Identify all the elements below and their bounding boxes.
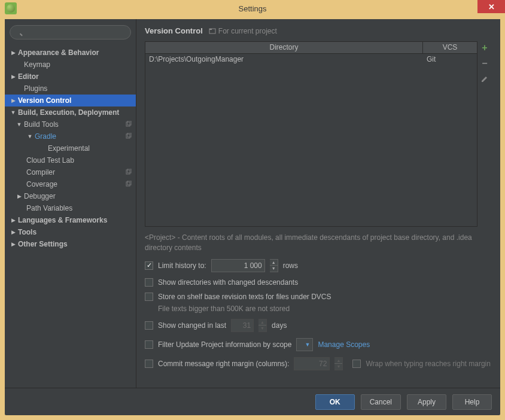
svg-rect-1 <box>127 121 131 125</box>
copy-icon <box>125 169 132 176</box>
tree-item-version-control[interactable]: Version Control <box>5 95 136 106</box>
settings-tree: Appearance & Behavior Keymap Editor Plug… <box>5 45 136 388</box>
tree-item-build-tools[interactable]: Build Tools <box>5 118 136 130</box>
titlebar: Settings ✕ <box>0 0 505 17</box>
cell-vcs: Git <box>423 54 477 66</box>
tree-item-experimental[interactable]: Experimental <box>5 142 136 154</box>
sidebar: Appearance & Behavior Keymap Editor Plug… <box>5 19 136 388</box>
scope-combo[interactable]: ▼ <box>296 338 313 351</box>
copy-icon <box>125 121 132 128</box>
svg-rect-2 <box>126 134 130 138</box>
cell-directory: D:\Projects\OutgoingManager <box>145 54 423 66</box>
main-header: Version Control For current project <box>136 19 500 41</box>
show-changed-checkbox[interactable] <box>145 321 153 330</box>
help-button[interactable]: Help <box>452 394 492 410</box>
copy-icon <box>125 181 132 188</box>
edit-button[interactable] <box>479 74 490 84</box>
tree-item-languages[interactable]: Languages & Frameworks <box>5 214 136 226</box>
svg-rect-0 <box>126 122 130 126</box>
tree-item-editor[interactable]: Editor <box>5 71 136 83</box>
tree-item-appearance[interactable]: Appearance & Behavior <box>5 47 136 59</box>
tree-item-build-exec[interactable]: Build, Execution, Deployment <box>5 106 136 118</box>
limit-history-unit: rows <box>283 261 298 270</box>
store-shelf-hint: File texts bigger than 500K are not stor… <box>145 305 492 313</box>
search-icon <box>10 25 131 39</box>
page-subtitle: For current project <box>209 27 277 35</box>
limit-history-checkbox[interactable] <box>145 261 153 270</box>
filter-scope-checkbox[interactable] <box>145 340 153 349</box>
remove-button[interactable]: − <box>479 58 490 69</box>
tree-item-other-settings[interactable]: Other Settings <box>5 238 136 250</box>
copy-icon <box>125 133 132 140</box>
tree-item-compiler[interactable]: Compiler <box>5 166 136 178</box>
store-shelf-checkbox[interactable] <box>145 293 153 301</box>
svg-rect-4 <box>126 170 130 174</box>
filter-scope-label: Filter Update Project information by sco… <box>158 340 291 349</box>
col-vcs[interactable]: VCS <box>423 42 477 53</box>
commit-margin-label: Commit message right margin (columns): <box>158 360 289 368</box>
project-icon <box>209 28 216 35</box>
limit-history-spinner[interactable]: ▲▼ <box>270 259 278 272</box>
tree-item-path-vars[interactable]: Path Variables <box>5 202 136 214</box>
close-button[interactable]: ✕ <box>477 0 505 13</box>
svg-rect-6 <box>126 182 130 186</box>
tree-item-debugger[interactable]: Debugger <box>5 190 136 202</box>
show-dirs-checkbox[interactable] <box>145 278 153 287</box>
limit-history-input[interactable] <box>211 259 265 272</box>
app-icon <box>5 2 17 14</box>
tree-item-tools[interactable]: Tools <box>5 226 136 238</box>
show-changed-label: Show changed in last <box>158 321 226 330</box>
limit-history-label: Limit history to: <box>158 261 206 270</box>
commit-margin-spinner: ▲▼ <box>334 357 343 370</box>
svg-rect-5 <box>127 169 131 173</box>
table-row[interactable]: D:\Projects\OutgoingManager Git <box>145 54 477 66</box>
add-button[interactable]: + <box>479 42 490 53</box>
show-changed-input <box>231 319 254 332</box>
wrap-checkbox[interactable] <box>352 360 361 368</box>
ok-button[interactable]: OK <box>315 394 355 410</box>
dialog-footer: OK Cancel Apply Help <box>5 388 500 415</box>
show-dirs-label: Show directories with changed descendant… <box>158 278 298 287</box>
commit-margin-checkbox[interactable] <box>145 360 153 368</box>
search-input[interactable] <box>10 25 131 39</box>
project-hint: <Project> - Content roots of all modules… <box>136 227 500 257</box>
col-directory[interactable]: Directory <box>145 42 423 53</box>
chevron-down-icon: ▼ <box>305 342 311 348</box>
tree-item-keymap[interactable]: Keymap <box>5 59 136 71</box>
vcs-table: Directory VCS D:\Projects\OutgoingManage… <box>145 41 477 227</box>
show-changed-unit: days <box>272 321 287 330</box>
wrap-label: Wrap when typing reaches right margin <box>366 360 491 368</box>
svg-rect-7 <box>127 181 131 185</box>
tree-item-plugins[interactable]: Plugins <box>5 83 136 95</box>
manage-scopes-link[interactable]: Manage Scopes <box>318 340 370 349</box>
apply-button[interactable]: Apply <box>407 394 446 410</box>
page-title: Version Control <box>145 26 203 35</box>
cancel-button[interactable]: Cancel <box>361 394 401 410</box>
tree-item-gradle[interactable]: Gradle <box>5 130 136 142</box>
window-title: Settings <box>239 4 267 13</box>
show-changed-spinner: ▲▼ <box>258 319 267 332</box>
commit-margin-input <box>294 357 330 370</box>
svg-rect-9 <box>209 29 212 30</box>
svg-rect-3 <box>127 133 131 137</box>
store-shelf-label: Store on shelf base revision texts for f… <box>158 293 331 301</box>
tree-item-cloud-test[interactable]: Cloud Test Lab <box>5 154 136 166</box>
tree-item-coverage[interactable]: Coverage <box>5 178 136 190</box>
